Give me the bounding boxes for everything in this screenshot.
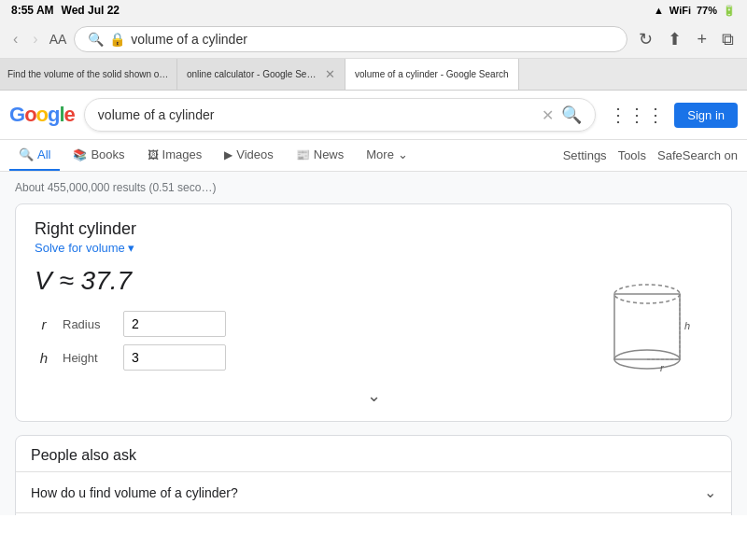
status-left: 8:55 AM Wed Jul 22 <box>11 4 120 17</box>
safesearch-label: SafeSearch on <box>657 148 738 162</box>
radius-var-label: r <box>35 316 53 332</box>
tab-find-volume[interactable]: Find the volume of the solid shown or de… <box>0 59 177 90</box>
all-icon: 🔍 <box>19 147 34 161</box>
nav-item-more[interactable]: More ⌄ <box>357 140 417 171</box>
expand-arrow[interactable]: ⌄ <box>35 378 712 406</box>
browser-chrome: ‹ › AA 🔍 🔒 volume of a cylinder ↻ ⬆ + ⧉ <box>0 21 747 59</box>
google-bar: Google ✕ 🔍 ⋮⋮⋮ Sign in <box>0 91 747 140</box>
height-label: Height <box>63 351 114 365</box>
svg-text:h: h <box>684 320 690 331</box>
calculator-card: Right cylinder Solve for volume ▾ V ≈ 37… <box>15 203 732 422</box>
share-button[interactable]: ⬆ <box>664 27 685 51</box>
tab-bar: Find the volume of the solid shown or de… <box>0 59 747 91</box>
tab-close-icon[interactable]: ✕ <box>325 67 335 81</box>
search-box[interactable]: ✕ 🔍 <box>84 98 596 132</box>
tab-online-calculator[interactable]: online calculator - Google Search ✕ <box>177 59 345 90</box>
height-input-row: h Height <box>35 344 582 371</box>
formula-result: V ≈ 37.7 <box>35 266 582 296</box>
more-label: More <box>366 147 394 161</box>
tab-label: Find the volume of the solid shown or de… <box>7 69 169 79</box>
clear-search-icon[interactable]: ✕ <box>542 106 554 124</box>
back-button[interactable]: ‹ <box>9 29 21 49</box>
calc-inputs: r Radius h Height <box>35 311 582 371</box>
nav-label-images: Images <box>162 147 203 161</box>
nav-right: Settings Tools SafeSearch on <box>563 148 738 162</box>
news-icon: 📰 <box>296 148 310 161</box>
tabs-button[interactable]: ⧉ <box>718 28 738 51</box>
wifi-status: WiFi <box>669 5 691 16</box>
cylinder-svg: h r <box>591 266 703 378</box>
images-icon: 🖼 <box>148 148 159 161</box>
tools-link[interactable]: Tools <box>618 148 646 162</box>
time: 8:55 AM <box>11 4 54 17</box>
height-input[interactable] <box>123 344 226 371</box>
battery-status: 77% <box>697 5 717 16</box>
google-logo: Google <box>9 103 75 127</box>
height-var-label: h <box>35 350 53 366</box>
books-icon: 📚 <box>73 148 87 161</box>
search-input[interactable] <box>98 107 534 122</box>
status-right: ▲ WiFi 77% 🔋 <box>654 5 736 17</box>
people-also-ask-card: People also ask How do u find volume of … <box>15 435 732 515</box>
search-submit-icon[interactable]: 🔍 <box>561 105 582 125</box>
cylinder-diagram: h r <box>582 266 712 378</box>
results-area: About 455,000,000 results (0.51 seco…) R… <box>0 172 747 515</box>
paa-question-0: How do u find volume of a cylinder? <box>31 485 238 500</box>
nav-label-news: News <box>314 147 345 161</box>
paa-title: People also ask <box>16 436 731 471</box>
reader-mode-label: AA <box>49 32 67 47</box>
paa-item-0[interactable]: How do u find volume of a cylinder? ⌄ <box>16 471 731 512</box>
tab-label: volume of a cylinder - Google Search <box>355 69 509 79</box>
more-chevron-icon: ⌄ <box>398 147 408 161</box>
date: Wed Jul 22 <box>62 4 120 17</box>
paa-item-1[interactable]: Which cylinder has the greatest volume? … <box>16 512 731 515</box>
nav-item-images[interactable]: 🖼 Images <box>138 140 212 171</box>
nav-label-books: Books <box>91 147 124 161</box>
new-tab-button[interactable]: + <box>693 28 711 51</box>
calc-title: Right cylinder <box>35 219 712 239</box>
nav-item-books[interactable]: 📚 Books <box>63 140 134 171</box>
forward-button[interactable]: › <box>29 29 41 49</box>
status-bar: 8:55 AM Wed Jul 22 ▲ WiFi 77% 🔋 <box>0 0 747 21</box>
radius-label: Radius <box>63 317 114 331</box>
videos-icon: ▶ <box>224 148 233 161</box>
google-apps-icon[interactable]: ⋮⋮⋮ <box>609 104 665 126</box>
nav-item-news[interactable]: 📰 News <box>287 140 354 171</box>
calc-left: V ≈ 37.7 r Radius h Height <box>35 266 582 371</box>
radius-input-row: r Radius <box>35 311 582 337</box>
nav-label-all: All <box>37 147 50 161</box>
results-count: About 455,000,000 results (0.51 seco…) <box>15 181 732 194</box>
url-text[interactable]: volume of a cylinder <box>131 32 613 47</box>
sign-in-button[interactable]: Sign in <box>674 103 738 128</box>
address-bar[interactable]: 🔍 🔒 volume of a cylinder <box>74 26 627 52</box>
tab-label: online calculator - Google Search <box>187 69 319 79</box>
search-nav: 🔍 All 📚 Books 🖼 Images ▶ Videos 📰 News M… <box>0 140 747 172</box>
nav-label-videos: Videos <box>236 147 274 161</box>
calc-card-inner: V ≈ 37.7 r Radius h Height <box>35 266 712 378</box>
settings-link[interactable]: Settings <box>563 148 607 162</box>
solve-for-link[interactable]: Solve for volume ▾ <box>35 241 712 255</box>
battery-icon: 🔋 <box>723 5 736 17</box>
reload-button[interactable]: ↻ <box>635 27 656 51</box>
lock-icon: 🔒 <box>109 32 125 47</box>
search-icon: 🔍 <box>88 32 104 47</box>
wifi-icon: ▲ <box>654 5 664 16</box>
paa-chevron-0: ⌄ <box>704 483 716 501</box>
reader-mode-icon[interactable]: AA <box>49 32 67 47</box>
tab-volume-cylinder[interactable]: volume of a cylinder - Google Search <box>345 59 519 90</box>
nav-item-videos[interactable]: ▶ Videos <box>215 140 283 171</box>
radius-input[interactable] <box>123 311 226 337</box>
nav-item-all[interactable]: 🔍 All <box>9 140 60 171</box>
